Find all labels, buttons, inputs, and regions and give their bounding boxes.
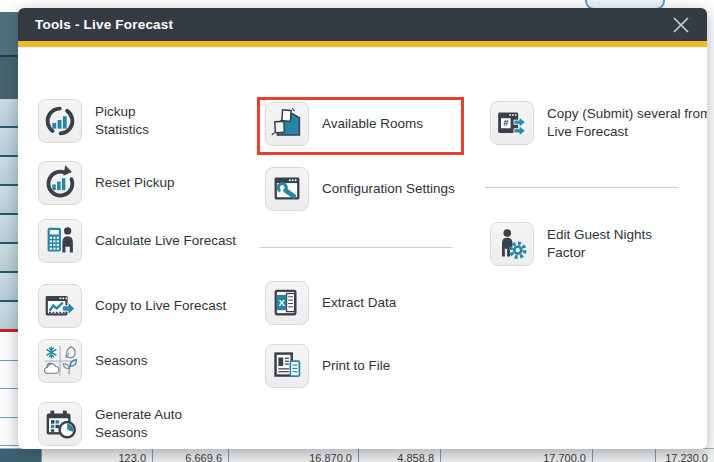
bg-rows-blue xyxy=(0,99,20,331)
table-cell: 123.0 xyxy=(42,449,153,462)
background-table-row: 123.0 6,669.6 16,870.0 4,858.8 17,700.0 … xyxy=(0,448,714,462)
tool-copy-to-live-forecast[interactable]: Copy to Live Forecast xyxy=(38,284,271,328)
table-cell: 4,858.8 xyxy=(359,449,441,462)
tool-edit-guest-nights-factor[interactable]: Edit Guest Nights Factor xyxy=(490,222,675,266)
tool-label: Print to File xyxy=(322,357,498,375)
tool-print-to-file[interactable]: Print to File xyxy=(265,344,498,388)
reset-pickup-icon xyxy=(38,161,82,205)
seasons-icon xyxy=(38,339,82,383)
tool-extract-data[interactable]: X Extract Data xyxy=(265,281,498,325)
bg-header-cell xyxy=(0,57,20,99)
dialog-title: Tools - Live Forecast xyxy=(18,17,173,32)
pickup-statistics-icon xyxy=(38,99,82,143)
tool-label: Configuration Settings xyxy=(322,180,498,198)
tool-label: Available Rooms xyxy=(322,115,498,133)
tool-label: Copy to Live Forecast xyxy=(95,297,271,315)
tool-label: Calculate Live Forecast xyxy=(95,232,271,250)
extract-data-icon: X xyxy=(265,281,309,325)
column3-divider xyxy=(485,187,678,188)
tool-configuration-settings[interactable]: Configuration Settings xyxy=(265,167,498,211)
table-cell: 17,700.0 xyxy=(441,449,593,462)
tool-label: Reset Pickup xyxy=(95,174,271,192)
copy-submit-several-icon: # xyxy=(490,101,534,145)
tool-label: Copy (Submit) several from Live Forecast xyxy=(547,105,707,141)
generate-auto-seasons-icon xyxy=(38,402,82,446)
dialog-body: Pickup Statistics Reset Pickup xyxy=(18,47,707,449)
bg-rows-white xyxy=(0,332,20,446)
svg-text:#: # xyxy=(503,117,509,128)
table-cell: 17,230.0 xyxy=(656,449,714,462)
tool-available-rooms[interactable]: Available Rooms xyxy=(265,102,498,146)
tool-pickup-statistics[interactable]: Pickup Statistics xyxy=(38,99,175,143)
tool-label: Edit Guest Nights Factor xyxy=(547,226,675,262)
svg-text:X: X xyxy=(278,297,285,308)
tool-reset-pickup[interactable]: Reset Pickup xyxy=(38,161,271,205)
tool-calculate-live-forecast[interactable]: Calculate Live Forecast xyxy=(38,219,271,263)
tool-generate-auto-seasons[interactable]: Generate Auto Seasons xyxy=(38,402,207,446)
configuration-settings-icon xyxy=(265,167,309,211)
print-to-file-icon xyxy=(265,344,309,388)
tool-copy-submit-several[interactable]: # Copy (Submit) several from Live Foreca… xyxy=(490,101,707,145)
available-rooms-icon xyxy=(265,102,309,146)
tool-label: Pickup Statistics xyxy=(95,103,175,139)
copy-to-live-forecast-icon xyxy=(38,284,82,328)
tool-label: Extract Data xyxy=(322,294,498,312)
column2-divider xyxy=(260,247,452,248)
tool-label: Generate Auto Seasons xyxy=(95,406,207,442)
bg-header-cell xyxy=(0,12,20,57)
tools-dialog: Tools - Live Forecast Pickup Statistics xyxy=(18,8,707,449)
table-cell: 16,870.0 xyxy=(229,449,359,462)
edit-guest-nights-factor-icon xyxy=(490,222,534,266)
table-cell xyxy=(593,449,656,462)
table-cell xyxy=(0,449,42,462)
dialog-header: Tools - Live Forecast xyxy=(18,8,707,41)
background-table-left-strip xyxy=(0,0,20,462)
tool-seasons[interactable]: Seasons xyxy=(38,339,271,383)
calculate-live-forecast-icon xyxy=(38,219,82,263)
close-icon[interactable] xyxy=(669,13,693,37)
table-cell: 6,669.6 xyxy=(153,449,229,462)
tool-label: Seasons xyxy=(95,352,271,370)
